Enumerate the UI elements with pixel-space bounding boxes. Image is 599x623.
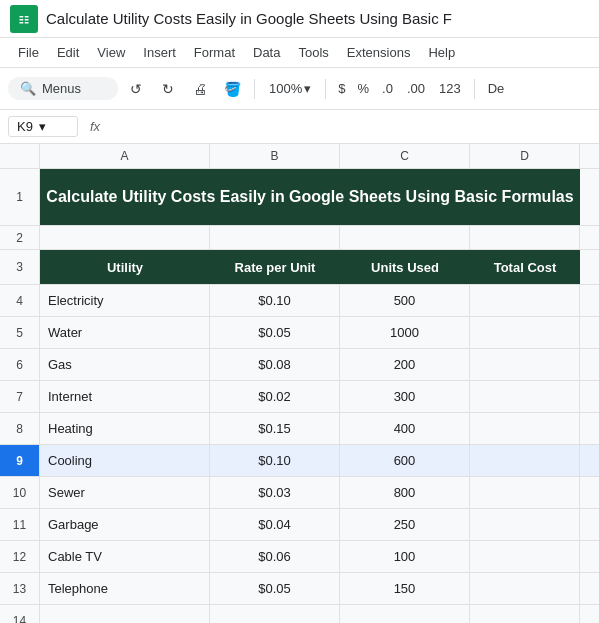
currency-button[interactable]: $ bbox=[334, 79, 349, 98]
title-merged-cell[interactable]: Calculate Utility Costs Easily in Google… bbox=[40, 169, 580, 225]
title-bar: Calculate Utility Costs Easily in Google… bbox=[0, 0, 599, 38]
cell-9-d[interactable] bbox=[470, 445, 580, 476]
menu-extensions[interactable]: Extensions bbox=[339, 42, 419, 63]
menu-format[interactable]: Format bbox=[186, 42, 243, 63]
toolbar: 🔍 Menus ↺ ↻ 🖨 🪣 100% ▾ $ % .0 .00 123 De bbox=[0, 68, 599, 110]
svg-rect-5 bbox=[20, 22, 24, 24]
menu-file[interactable]: File bbox=[10, 42, 47, 63]
menu-bar: File Edit View Insert Format Data Tools … bbox=[0, 38, 599, 68]
cell-4-b[interactable]: $0.10 bbox=[210, 285, 340, 316]
zoom-control[interactable]: 100% ▾ bbox=[263, 79, 317, 98]
cell-8-a[interactable]: Heating bbox=[40, 413, 210, 444]
cell-11-b[interactable]: $0.04 bbox=[210, 509, 340, 540]
cell-6-d[interactable] bbox=[470, 349, 580, 380]
number-format-button[interactable]: 123 bbox=[434, 79, 466, 98]
cell-11-c[interactable]: 250 bbox=[340, 509, 470, 540]
col-header-a[interactable]: A bbox=[40, 144, 210, 168]
spreadsheet-area: A B C D 1 Calculate Utility Costs Easily… bbox=[0, 144, 599, 285]
cell-5-c[interactable]: 1000 bbox=[340, 317, 470, 348]
row-num-13: 13 bbox=[0, 573, 40, 604]
formula-bar: K9 ▾ fx bbox=[0, 110, 599, 144]
cell-10-d[interactable] bbox=[470, 477, 580, 508]
menu-view[interactable]: View bbox=[89, 42, 133, 63]
cell-8-d[interactable] bbox=[470, 413, 580, 444]
menu-data[interactable]: Data bbox=[245, 42, 288, 63]
redo-button[interactable]: ↻ bbox=[154, 75, 182, 103]
cell-14-b[interactable] bbox=[210, 605, 340, 623]
cell-5-d[interactable] bbox=[470, 317, 580, 348]
cell-9-b[interactable]: $0.10 bbox=[210, 445, 340, 476]
cell-9-c[interactable]: 600 bbox=[340, 445, 470, 476]
cell-6-a[interactable]: Gas bbox=[40, 349, 210, 380]
cell-reference-box[interactable]: K9 ▾ bbox=[8, 116, 78, 137]
spreadsheet-title: Calculate Utility Costs Easily in Google… bbox=[46, 188, 573, 206]
cell-13-a[interactable]: Telephone bbox=[40, 573, 210, 604]
cell-4-d[interactable] bbox=[470, 285, 580, 316]
menu-insert[interactable]: Insert bbox=[135, 42, 184, 63]
sheet-row-12: 12Cable TV$0.06100 bbox=[0, 541, 599, 573]
cell-8-c[interactable]: 400 bbox=[340, 413, 470, 444]
sheets-app-icon bbox=[10, 5, 38, 33]
menu-tools[interactable]: Tools bbox=[290, 42, 336, 63]
cell-6-b[interactable]: $0.08 bbox=[210, 349, 340, 380]
percent-button[interactable]: % bbox=[353, 79, 373, 98]
cell-ref-value: K9 bbox=[17, 119, 33, 134]
more-formats-label: De bbox=[488, 81, 505, 96]
cell-13-c[interactable]: 150 bbox=[340, 573, 470, 604]
cell-14-a[interactable] bbox=[40, 605, 210, 623]
undo-button[interactable]: ↺ bbox=[122, 75, 150, 103]
cell-9-a[interactable]: Cooling bbox=[40, 445, 210, 476]
cell-10-b[interactable]: $0.03 bbox=[210, 477, 340, 508]
subheader-total[interactable]: Total Cost bbox=[470, 250, 580, 284]
cell-5-a[interactable]: Water bbox=[40, 317, 210, 348]
col-header-b[interactable]: B bbox=[210, 144, 340, 168]
decimal-increase-button[interactable]: .00 bbox=[402, 79, 430, 98]
cell-4-c[interactable]: 500 bbox=[340, 285, 470, 316]
cell-2a[interactable] bbox=[40, 226, 210, 249]
cell-8-b[interactable]: $0.15 bbox=[210, 413, 340, 444]
menus-label: Menus bbox=[42, 81, 81, 96]
row-num-12: 12 bbox=[0, 541, 40, 572]
row-num-11: 11 bbox=[0, 509, 40, 540]
toolbar-divider-3 bbox=[474, 79, 475, 99]
cell-10-c[interactable]: 800 bbox=[340, 477, 470, 508]
more-formats-button[interactable]: De bbox=[483, 79, 510, 98]
cell-14-d[interactable] bbox=[470, 605, 580, 623]
col-header-c[interactable]: C bbox=[340, 144, 470, 168]
cell-2c[interactable] bbox=[340, 226, 470, 249]
zoom-level: 100% bbox=[269, 81, 302, 96]
cell-2b[interactable] bbox=[210, 226, 340, 249]
cell-11-a[interactable]: Garbage bbox=[40, 509, 210, 540]
subheader-units[interactable]: Units Used bbox=[340, 250, 470, 284]
cell-7-b[interactable]: $0.02 bbox=[210, 381, 340, 412]
cell-4-a[interactable]: Electricity bbox=[40, 285, 210, 316]
cell-7-c[interactable]: 300 bbox=[340, 381, 470, 412]
subheader-rate[interactable]: Rate per Unit bbox=[210, 250, 340, 284]
subheader-utility[interactable]: Utility bbox=[40, 250, 210, 284]
cell-13-d[interactable] bbox=[470, 573, 580, 604]
menu-edit[interactable]: Edit bbox=[49, 42, 87, 63]
cell-12-b[interactable]: $0.06 bbox=[210, 541, 340, 572]
cell-10-a[interactable]: Sewer bbox=[40, 477, 210, 508]
column-headers: A B C D bbox=[0, 144, 599, 169]
cell-7-a[interactable]: Internet bbox=[40, 381, 210, 412]
cell-6-c[interactable]: 200 bbox=[340, 349, 470, 380]
cell-5-b[interactable]: $0.05 bbox=[210, 317, 340, 348]
cell-14-c[interactable] bbox=[340, 605, 470, 623]
cell-7-d[interactable] bbox=[470, 381, 580, 412]
decimal-decrease-button[interactable]: .0 bbox=[377, 79, 398, 98]
cell-2d[interactable] bbox=[470, 226, 580, 249]
cell-12-d[interactable] bbox=[470, 541, 580, 572]
print-button[interactable]: 🖨 bbox=[186, 75, 214, 103]
menus-search[interactable]: 🔍 Menus bbox=[8, 77, 118, 100]
sheet-row-13: 13Telephone$0.05150 bbox=[0, 573, 599, 605]
cell-11-d[interactable] bbox=[470, 509, 580, 540]
menu-help[interactable]: Help bbox=[420, 42, 463, 63]
svg-rect-6 bbox=[25, 22, 29, 24]
decimal-decrease-label: .0 bbox=[382, 81, 393, 96]
cell-13-b[interactable]: $0.05 bbox=[210, 573, 340, 604]
paint-format-button[interactable]: 🪣 bbox=[218, 75, 246, 103]
cell-12-a[interactable]: Cable TV bbox=[40, 541, 210, 572]
col-header-d[interactable]: D bbox=[470, 144, 580, 168]
cell-12-c[interactable]: 100 bbox=[340, 541, 470, 572]
